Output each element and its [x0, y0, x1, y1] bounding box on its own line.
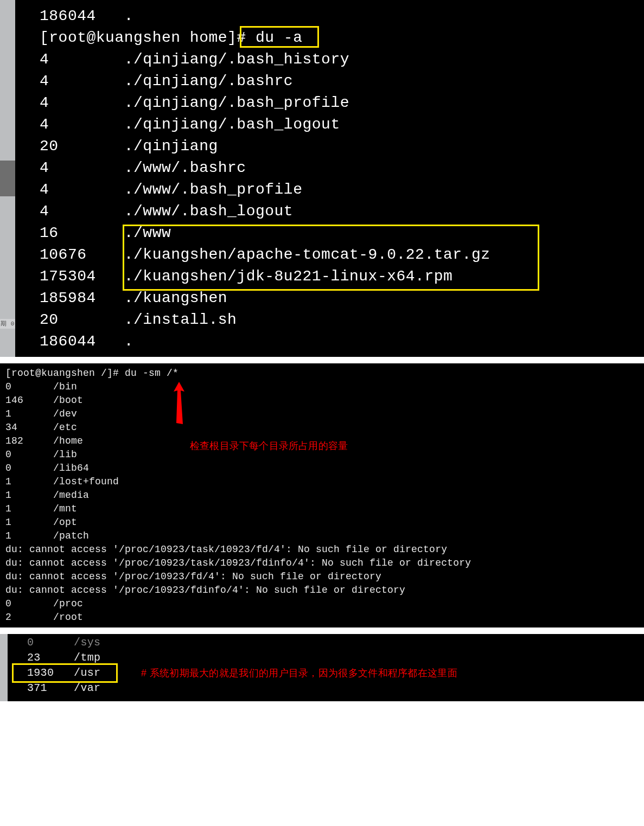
du-row: 1 /media — [5, 489, 644, 502]
terminal-line: 4 ./qinjiang/.bash_profile — [40, 92, 644, 114]
terminal-line: 4 ./qinjiang/.bash_logout — [40, 114, 644, 136]
annotation-text: 检查根目录下每个目录所占用的容量 — [190, 439, 348, 453]
terminal-line: 4 ./www/.bashrc — [40, 157, 644, 179]
highlight-command — [240, 26, 319, 48]
scrollbar[interactable] — [0, 0, 15, 357]
terminal-panel-1: 期 0 186044 .[root@kuangshen home]# du -a… — [0, 0, 644, 357]
du-row: 0 /lib64 — [5, 462, 644, 475]
du-row: 0 /sys — [27, 635, 644, 650]
terminal-line: 4 ./qinjiang/.bashrc — [40, 71, 644, 92]
du-row: 1 /lost+found — [5, 475, 644, 489]
du-row: 0 /bin — [5, 380, 644, 394]
terminal-line: 4 ./www/.bash_profile — [40, 179, 644, 201]
error-line: du: cannot access '/proc/10923/task/1092… — [5, 556, 644, 570]
highlight-kuangshen-files — [123, 225, 539, 291]
terminal-panel-3: 0 /sys23 /tmp1930 /usr371 /var # 系统初期最大的… — [0, 634, 644, 701]
terminal-line: 20 ./install.sh — [40, 309, 644, 331]
error-line: du: cannot access '/proc/10923/fdinfo/4'… — [5, 584, 644, 597]
du-row: 1 /opt — [5, 516, 644, 529]
du-row: 1 /mnt — [5, 502, 644, 516]
prompt-line: [root@kuangshen /]# du -sm /* — [5, 367, 644, 380]
terminal-line: 185984 ./kuangshen — [40, 287, 644, 309]
highlight-usr-row — [12, 663, 118, 683]
du-row: 1 /dev — [5, 407, 644, 421]
terminal-line: 4 ./www/.bash_logout — [40, 201, 644, 222]
du-row: 0 /proc — [5, 597, 644, 611]
du-row: 371 /var — [27, 681, 644, 696]
terminal-line: 20 ./qinjiang — [40, 136, 644, 157]
du-row: 23 /tmp — [27, 650, 644, 665]
terminal-line: 4 ./qinjiang/.bash_history — [40, 49, 644, 71]
du-row: 146 /boot — [5, 394, 644, 407]
terminal-line: [root@kuangshen home]# du -a — [40, 27, 644, 49]
annotation-text-2: # 系统初期最大的就是我们的用户目录，因为很多文件和程序都在这里面 — [141, 665, 457, 681]
terminal-line: 186044 . — [40, 331, 644, 353]
du-row: 2 /root — [5, 611, 644, 624]
terminal-panel-2: [root@kuangshen /]# du -sm /* 0 /bin146 … — [0, 363, 644, 627]
sidebar-fragment: 期 0 — [0, 319, 15, 329]
du-row: 1 /patch — [5, 529, 644, 543]
terminal-line: 186044 . — [40, 5, 644, 27]
error-line: du: cannot access '/proc/10923/fd/4': No… — [5, 570, 644, 584]
scrollbar[interactable] — [0, 634, 8, 701]
du-row: 34 /etc — [5, 421, 644, 434]
error-line: du: cannot access '/proc/10923/task/1092… — [5, 543, 644, 556]
